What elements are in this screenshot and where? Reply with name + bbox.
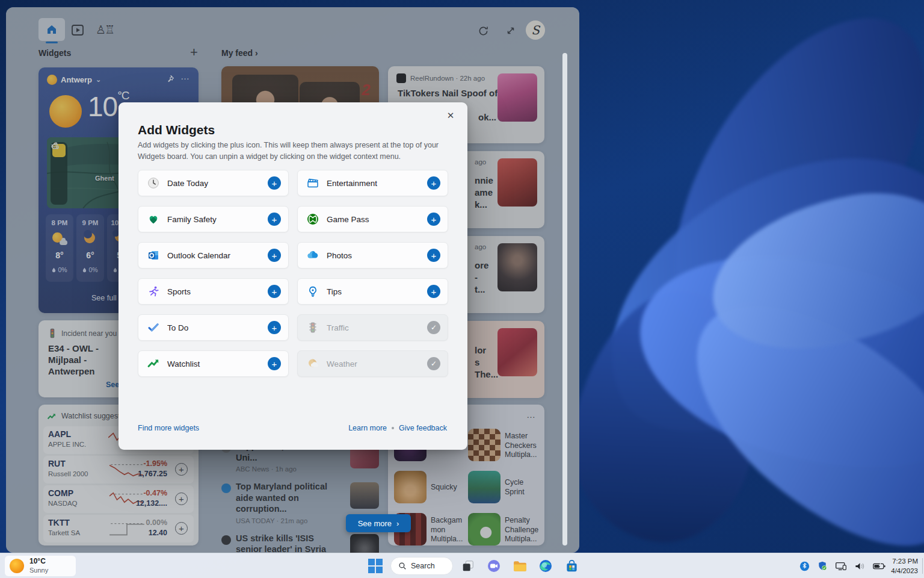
bluetooth-icon[interactable] — [799, 561, 810, 571]
dialog-description: Add widgets by clicking the plus icon. T… — [138, 140, 446, 163]
file-explorer-button[interactable] — [509, 555, 531, 577]
widget-tile-traffic[interactable]: Traffic✓ — [297, 314, 448, 341]
widget-tile-entertainment[interactable]: Entertainment+ — [297, 170, 448, 196]
home-tab-icon[interactable] — [38, 18, 65, 41]
see-full-forecast-link[interactable]: See full — [91, 294, 117, 302]
battery-icon[interactable] — [873, 562, 886, 571]
add-to-watchlist-button[interactable]: + — [175, 522, 188, 535]
feed-card-thumbnail — [497, 158, 537, 207]
add-plus-button[interactable]: + — [268, 321, 281, 334]
stock-row-rut[interactable]: RUTRussell 2000-1.95%1,767.25+ — [43, 456, 194, 483]
stock-symbol: AAPL — [48, 429, 71, 439]
add-to-watchlist-button[interactable]: + — [175, 493, 188, 505]
map-label: Ghent — [95, 175, 114, 182]
media-tab-icon[interactable] — [69, 22, 87, 39]
map-layer-selector[interactable] — [51, 142, 67, 205]
taskbar-search[interactable]: Search — [390, 557, 453, 575]
see-more-button[interactable]: See more› — [346, 514, 411, 532]
widget-tile-tips[interactable]: Tips+ — [297, 278, 448, 305]
taskbar-weather-button[interactable]: 10°CSunny — [5, 556, 76, 576]
find-more-widgets-link[interactable]: Find more widgets — [138, 424, 199, 432]
taskbar-clock[interactable]: 7:23 PM 4/4/2023 — [891, 556, 918, 576]
task-view-button[interactable] — [457, 555, 479, 577]
security-shield-icon[interactable] — [817, 561, 828, 571]
chat-button[interactable] — [483, 555, 505, 577]
panel-scrollbar[interactable] — [562, 53, 567, 545]
store-button[interactable] — [561, 555, 582, 577]
add-plus-button[interactable]: + — [268, 176, 281, 190]
wind-layer-icon[interactable] — [51, 142, 60, 149]
edge-button[interactable] — [535, 555, 556, 577]
stock-name: APPLE INC. — [48, 441, 86, 448]
widget-tile-label: Watchlist — [167, 359, 268, 368]
widget-tile-watchlist[interactable]: Watchlist+ — [138, 350, 289, 377]
add-plus-button[interactable]: + — [268, 213, 281, 226]
weather-menu-icon[interactable]: … — [180, 71, 190, 81]
stock-symbol: RUT — [48, 459, 66, 468]
clock-date: 4/4/2023 — [891, 567, 918, 574]
runner-icon — [147, 285, 159, 297]
stock-name: NASDAQ — [48, 500, 78, 507]
close-icon[interactable]: ✕ — [443, 108, 458, 123]
add-plus-button[interactable]: + — [427, 285, 440, 298]
add-plus-button[interactable]: + — [427, 249, 440, 262]
file-explorer-icon — [513, 559, 528, 574]
games-tab-icon[interactable]: ♙♖ — [94, 20, 116, 39]
added-check-button[interactable]: ✓ — [427, 357, 440, 370]
speaker-icon[interactable] — [854, 561, 866, 571]
games-menu-icon[interactable]: … — [526, 409, 536, 420]
add-plus-button[interactable]: + — [268, 249, 281, 262]
widget-tile-label: Tips — [327, 287, 427, 296]
add-plus-button[interactable]: + — [268, 357, 281, 370]
news-list: supporters, foes face Uni...ABC News · 1… — [221, 441, 379, 553]
refresh-icon[interactable] — [475, 23, 491, 39]
game-item[interactable]: Cycle Sprint — [468, 471, 538, 505]
widget-tile-to-do[interactable]: To Do+ — [138, 314, 289, 341]
widget-tile-photos[interactable]: Photos+ — [297, 242, 448, 269]
widget-tile-label: Entertainment — [327, 179, 427, 188]
feed-card-headline-fragment: s — [475, 357, 479, 367]
expand-icon[interactable] — [503, 23, 519, 39]
feed-card-thumbnail — [497, 73, 537, 122]
widget-tile-sports[interactable]: Sports+ — [138, 278, 289, 305]
bulb-icon — [307, 285, 319, 297]
widget-tile-label: To Do — [167, 323, 268, 332]
feed-card-headline-fragment: The... — [475, 369, 498, 379]
game-title: Backgammon Multipla... — [431, 516, 466, 544]
add-to-watchlist-button[interactable]: + — [175, 463, 188, 476]
game-item[interactable]: Penalty Challenge Multipla... — [468, 513, 538, 547]
cast-display-icon[interactable] — [835, 561, 847, 571]
add-plus-button[interactable]: + — [427, 176, 440, 190]
widget-tile-outlook-calendar[interactable]: Outlook Calendar+ — [138, 242, 289, 269]
add-widgets-dialog: ✕ Add Widgets Add widgets by clicking th… — [119, 102, 467, 450]
chevron-down-icon[interactable]: ⌄ — [96, 76, 101, 84]
edge-icon — [538, 559, 553, 573]
widget-tile-game-pass[interactable]: Game Pass+ — [297, 206, 448, 232]
my-feed-title[interactable]: My feed › — [221, 48, 258, 58]
added-check-button[interactable]: ✓ — [427, 321, 440, 334]
learn-more-link[interactable]: Learn more — [348, 424, 387, 432]
add-widget-plus-icon[interactable]: + — [190, 46, 198, 59]
start-button[interactable] — [365, 555, 386, 577]
stock-row-comp[interactable]: COMPNASDAQ-0.47%12,132....+ — [43, 485, 194, 513]
add-plus-button[interactable]: + — [268, 285, 281, 298]
news-item[interactable]: US strike kills 'ISIS senior leader' in … — [221, 533, 379, 553]
widget-tile-weather[interactable]: Weather✓ — [297, 350, 448, 377]
weather-location[interactable]: Antwerp — [61, 75, 92, 84]
game-item[interactable]: Squicky — [394, 471, 464, 505]
add-plus-button[interactable]: + — [427, 213, 440, 226]
hourly-temp: 6° — [86, 250, 94, 260]
stock-row-tktt[interactable]: TKTTTarkett SA0.00%12.40+ — [43, 515, 194, 542]
feed-card-headline-fragment: nnie — [475, 175, 493, 185]
stock-symbol: COMP — [48, 488, 73, 498]
widget-tile-date-today[interactable]: Date Today+ — [138, 170, 289, 196]
give-feedback-link[interactable]: Give feedback — [399, 424, 447, 432]
avatar[interactable]: S — [526, 20, 545, 40]
pin-icon[interactable] — [165, 75, 174, 86]
feed-card-thumbnail — [497, 328, 537, 376]
hourly-temp: 8° — [55, 250, 63, 260]
cloud-icon — [307, 249, 319, 261]
widget-tile-family-safety[interactable]: Family Safety+ — [138, 206, 289, 232]
moon-icon — [82, 231, 98, 246]
game-item[interactable]: Master Checkers Multipla... — [468, 429, 538, 462]
